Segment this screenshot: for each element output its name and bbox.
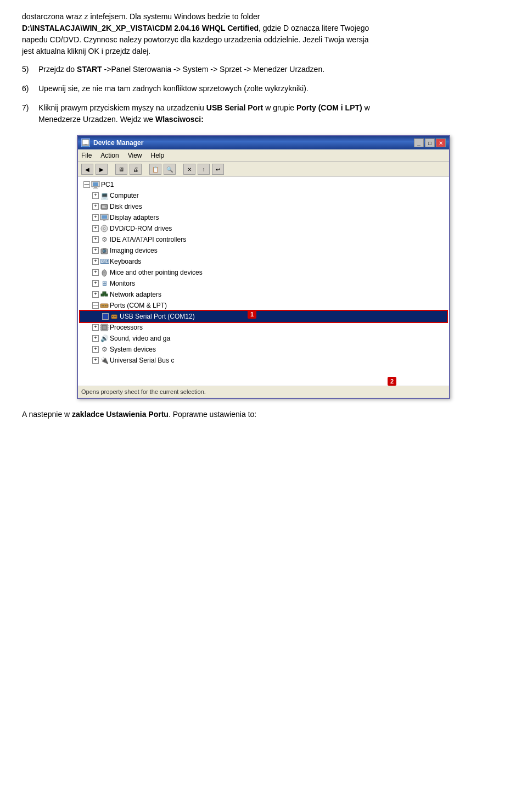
- dm-menu-action[interactable]: Action: [100, 151, 119, 160]
- tree-keyboard[interactable]: + ⌨ Keyboards: [80, 256, 447, 267]
- svg-rect-38: [102, 325, 106, 330]
- proc-expand[interactable]: +: [92, 324, 99, 331]
- tb-forward-button[interactable]: ▶: [96, 164, 108, 175]
- sysdev-expand[interactable]: +: [92, 346, 99, 353]
- dm-status-text: Opens property sheet for the current sel…: [81, 388, 206, 395]
- ports-icon: [100, 301, 109, 310]
- tb-computer-button[interactable]: 🖥: [115, 164, 127, 175]
- dm-menu-view[interactable]: View: [128, 151, 142, 160]
- disk-expand[interactable]: +: [92, 203, 99, 210]
- proc-label: Processors: [110, 322, 143, 332]
- tb-uninstall-button[interactable]: ✕: [183, 164, 195, 175]
- tb-update-button[interactable]: ↑: [198, 164, 210, 175]
- tree-mice[interactable]: + Mice and other pointing devices: [80, 267, 447, 278]
- ide-expand[interactable]: +: [92, 236, 99, 243]
- step5-start: START: [77, 65, 102, 74]
- intro-line2-suffix: , gdzie D oznacza litere Twojego: [259, 24, 369, 32]
- tree-monitors[interactable]: + 🖥 Monitors: [80, 278, 447, 289]
- sound-icon: 🔊: [100, 334, 109, 343]
- tree-usb-hub[interactable]: + 🔌 Universal Serial Bus c: [80, 355, 447, 366]
- usb-hub-expand[interactable]: +: [92, 357, 99, 364]
- dm-tree[interactable]: — PC1 + 💻 Computer: [78, 177, 449, 386]
- svg-rect-4: [93, 182, 98, 186]
- tb-scan-button[interactable]: 🔍: [164, 164, 176, 175]
- monitors-expand[interactable]: +: [92, 280, 99, 287]
- sound-label: Sound, video and ga: [110, 333, 170, 343]
- svg-rect-0: [82, 140, 89, 144]
- ports-label: Ports (COM & LPT): [110, 301, 167, 310]
- dm-menu-help[interactable]: Help: [151, 151, 165, 160]
- tree-display[interactable]: + Display adapters: [80, 212, 447, 223]
- tree-root[interactable]: — PC1: [80, 179, 447, 190]
- tree-sound[interactable]: + 🔊 Sound, video and ga: [80, 333, 447, 344]
- dm-title-buttons[interactable]: _ □ ✕: [414, 138, 446, 147]
- tree-sysdev[interactable]: + ⚙ System devices: [80, 344, 447, 355]
- step6-text: Upewnij sie, ze nie ma tam zadnych konfl…: [38, 84, 309, 93]
- tb-rollback-button[interactable]: ↩: [212, 164, 224, 175]
- dm-maximize-button[interactable]: □: [425, 138, 435, 147]
- imaging-expand[interactable]: +: [92, 247, 99, 254]
- step6-content: Upewnij sie, ze nie ma tam zadnych konfl…: [38, 83, 505, 94]
- network-label: Network adapters: [110, 290, 161, 299]
- dm-title-left: Device Manager: [81, 138, 143, 148]
- imaging-label: Imaging devices: [110, 246, 158, 255]
- root-computer-icon: [91, 180, 100, 189]
- dm-body: — PC1 + 💻 Computer: [78, 177, 449, 386]
- tree-imaging[interactable]: + Imaging devices: [80, 245, 447, 256]
- tb-props-button[interactable]: 📋: [149, 164, 161, 175]
- svg-point-15: [104, 228, 105, 229]
- step7-text2: w grupie: [263, 103, 296, 112]
- tree-ide[interactable]: + ⚙ IDE ATA/ATAPI controllers: [80, 234, 447, 245]
- root-expand-btn[interactable]: —: [83, 181, 90, 188]
- tb-back-button[interactable]: ◀: [81, 164, 93, 175]
- svg-rect-27: [104, 294, 105, 295]
- tree-disk[interactable]: + Disk drives: [80, 201, 447, 212]
- ports-expand[interactable]: —: [92, 302, 99, 309]
- step5-content: Przejdz do START ->Panel Sterowania -> S…: [38, 64, 505, 75]
- svg-point-19: [104, 251, 105, 252]
- tree-dvd[interactable]: + DVD/CD-ROM drives: [80, 223, 447, 234]
- tree-usb-serial[interactable]: USB Serial Port (COM12): [80, 311, 447, 322]
- tree-ports[interactable]: — Ports (COM & LPT): [80, 300, 447, 311]
- step-5: 5) Przejdz do START ->Panel Sterowania -…: [22, 64, 505, 75]
- step7-num: 7): [22, 102, 34, 125]
- step-6: 6) Upewnij sie, ze nie ma tam zadnych ko…: [22, 83, 505, 94]
- svg-rect-2: [85, 144, 87, 145]
- dm-close-button[interactable]: ✕: [436, 138, 446, 147]
- bottom-text2: . Poprawne ustawienia to:: [169, 410, 256, 419]
- tb-print-button[interactable]: 🖨: [130, 164, 142, 175]
- network-expand[interactable]: +: [92, 291, 99, 298]
- svg-rect-26: [103, 292, 106, 294]
- computer-expand[interactable]: +: [92, 192, 99, 199]
- usb-hub-label: Universal Serial Bus c: [110, 355, 174, 365]
- step7-text: Kliknij prawym przyciskiem myszy na urza…: [38, 103, 206, 112]
- keyboard-expand[interactable]: +: [92, 258, 99, 265]
- mice-expand[interactable]: +: [92, 269, 99, 276]
- dm-minimize-button[interactable]: _: [414, 138, 424, 147]
- tree-computer[interactable]: + 💻 Computer: [80, 190, 447, 201]
- sysdev-icon: ⚙: [100, 345, 109, 354]
- svg-point-31: [105, 305, 106, 307]
- step7-ports: Porty (COM i LPT): [296, 103, 362, 112]
- proc-icon: [100, 323, 109, 332]
- svg-rect-25: [103, 295, 106, 296]
- svg-rect-12: [103, 220, 105, 221]
- tree-processors[interactable]: + Processors: [80, 322, 447, 333]
- intro-line1: dostarczona wraz z intefejsem. Dla syste…: [22, 12, 260, 21]
- dvd-expand[interactable]: +: [92, 225, 99, 232]
- dm-titlebar: Device Manager _ □ ✕: [78, 136, 449, 149]
- dm-statusbar: Opens property sheet for the current sel…: [78, 386, 449, 398]
- svg-point-30: [103, 305, 104, 307]
- sound-expand[interactable]: +: [92, 335, 99, 342]
- display-expand[interactable]: +: [92, 214, 99, 221]
- step6-num: 6): [22, 83, 34, 94]
- step7-text4: Menedzerze Urzadzen. Wejdz we: [38, 115, 155, 124]
- keyboard-icon: ⌨: [100, 257, 109, 266]
- dm-menu-file[interactable]: File: [81, 151, 92, 160]
- tree-network[interactable]: + Network adapters: [80, 289, 447, 300]
- dvd-label: DVD/CD-ROM drives: [110, 224, 172, 233]
- display-icon: [100, 213, 109, 222]
- usb-serial-expand[interactable]: [102, 313, 109, 320]
- disk-icon: [100, 202, 109, 211]
- svg-rect-5: [94, 187, 97, 188]
